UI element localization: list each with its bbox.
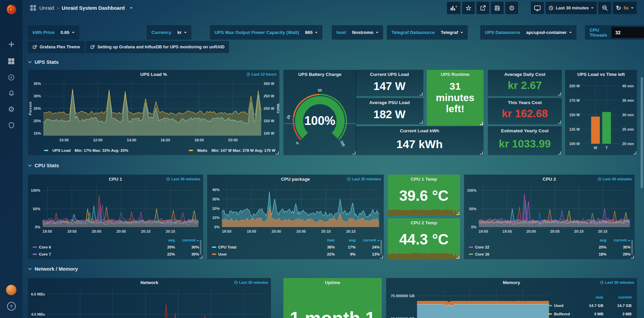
alerting-bell-icon[interactable] [0,87,22,100]
cpu-package-legend[interactable]: maxavgcurrentCPU Total38%17%24%User22%9%… [212,236,380,258]
cpu1-legend[interactable]: avgcurrentCore 620%30%Core 722%30% [33,236,199,258]
svg-text:18:00: 18:00 [194,138,204,142]
ups-load-chart[interactable]: 10:0012:0014:0016:0018:0020:0035%30%25%2… [28,70,279,155]
zoom-out-button[interactable] [598,2,611,14]
star-dashboard-button[interactable]: ☆ [462,2,475,14]
panel-title[interactable]: Current UPS Load [356,72,423,77]
breadcrumb-root[interactable]: Unraid [39,5,54,11]
legend-item[interactable]: WattsMin: 147 W Max: 278 W Avg: 175 W [189,148,275,152]
panel-time-range-link[interactable]: Last 30 minutes [234,280,268,284]
variable-kwh-price[interactable]: kWh Price0.65 [28,25,79,40]
dashboards-icon[interactable] [0,54,22,68]
svg-text:50%: 50% [469,207,476,211]
link-grafana-plex-theme[interactable]: Grafana Plex Theme [28,41,85,53]
explore-compass-icon[interactable] [0,71,22,84]
panel-title[interactable]: CPU 1 Temp [388,177,460,182]
legend-scrollbar[interactable] [380,240,382,255]
user-avatar[interactable] [0,283,22,297]
panel-time-range-link[interactable]: Last 30 minutes [598,177,632,181]
variable-ups-datasource[interactable]: UPS Datasourceapcupsd-container [480,25,577,40]
breadcrumb: Unraid › Unraid System Dashboard [30,0,133,16]
dashboard-settings-button[interactable]: ⚙ [505,2,518,14]
panel-title[interactable]: Average Daily Cost [488,72,562,77]
legend-row[interactable]: Core 620%30% [33,243,199,251]
variable-host[interactable]: hostNostromo [332,25,383,40]
legend-row[interactable]: Used14.7 GB14.7 GB [548,301,632,310]
clock-icon [347,177,351,181]
panel-title[interactable]: Average PSU Load [356,100,423,105]
panel-time-range-link[interactable]: Last 30 minutes [600,280,634,284]
svg-text:25 min: 25 min [622,127,634,131]
cycle-view-tv-button[interactable] [531,2,544,14]
panel-title[interactable]: UPS Load vs Time left [565,72,637,77]
memory-legend[interactable]: maxcurrentUsed14.7 GB14.7 GBBuffered3 MB… [548,293,632,318]
legend-row[interactable]: Core 1618%29% [469,251,631,258]
panel-time-range-link[interactable]: Last 30 minutes [166,177,200,181]
legend-row[interactable]: CPU Total38%17%24% [212,243,380,251]
section-cpu-stats[interactable]: CPU Stats [28,163,59,168]
grafana-logo-icon[interactable] [5,3,18,16]
svg-text:10:00: 10:00 [59,138,69,142]
stat-value: 147 W [356,80,423,93]
panel-time-range-link[interactable]: Last 12 hours [246,72,277,76]
variable-ups-max-output[interactable]: UPS Max Output Power Capacity (Watt)865 [210,25,322,40]
help-icon[interactable]: ? [0,300,22,313]
panel-ups-load-graph: UPS Load % Last 12 hours 10:0012:0014:00… [28,70,279,155]
add-panel-button[interactable]: + [447,2,460,14]
svg-text:30%: 30% [212,197,220,201]
variable-currency[interactable]: Currencykr [147,25,191,40]
variable-telegraf-datasource[interactable]: Telegraf DatasourceTelegraf [387,25,468,40]
clock-icon [549,6,553,10]
dashboard-title[interactable]: Unraid System Dashboard [62,5,125,11]
cpu-threads-input[interactable] [611,27,644,38]
legend-row[interactable]: Core 2220%35% [469,243,631,251]
panel-title[interactable]: UPS Runtime [427,72,484,77]
legend-row[interactable]: User22%9%13% [212,251,380,258]
panel-title[interactable]: UPS Load % [28,72,279,77]
svg-text:150 W: 150 W [569,113,580,117]
panel-title[interactable]: Uptime [283,280,382,285]
create-plus-icon[interactable] [0,38,22,51]
save-dashboard-button[interactable] [491,2,504,14]
legend-row[interactable]: Buffered3 MB3 MB [548,310,632,318]
page-scrollbar[interactable] [641,77,643,188]
svg-text:20%: 20% [34,119,41,123]
svg-text:25%: 25% [34,106,41,110]
panel-title[interactable]: CPU 2 Temp [388,220,460,225]
svg-text:19:55: 19:55 [247,229,256,233]
dashboard-dropdown-caret[interactable] [130,7,133,9]
svg-text:35%: 35% [34,82,41,86]
dashboard-grid-icon[interactable] [30,5,36,11]
panel-time-range-link[interactable]: Last 30 minutes [347,177,381,181]
cpu1-temp-sparkline [388,204,460,216]
refresh-button[interactable]: ↻ 5s [613,2,637,14]
svg-text:60.000000 GB: 60.000000 GB [390,317,415,318]
svg-text:30%: 30% [34,94,41,98]
battery-charge-gauge[interactable]: 02050100100% [283,70,356,155]
server-admin-shield-icon[interactable] [0,119,22,132]
link-ups-monitoring-guide[interactable]: Setting up Grafana and InfluxDB for UPS … [86,41,229,53]
section-network-memory[interactable]: Network / Memory [28,266,78,272]
ups-load-legend[interactable]: UPS LoadMin: 17% Max: 32% Avg: 20%WattsM… [44,148,275,152]
panel-title[interactable]: Current Load kWh [356,128,484,133]
svg-text:150 W: 150 W [264,119,274,123]
panel-title[interactable]: UPS Battery Charge [283,72,356,77]
clock-icon [246,73,250,76]
panel-title[interactable]: Memory [386,280,637,285]
svg-text:15%: 15% [34,131,41,135]
legend-scrollbar[interactable] [200,240,201,255]
svg-text:20:15: 20:15 [598,229,607,233]
panel-title[interactable]: Estimated Yearly Cost [488,128,562,133]
legend-row[interactable]: Core 722%30% [33,251,199,258]
time-range-picker[interactable]: Last 30 minutes [546,2,597,14]
configuration-gear-icon[interactable]: ⚙ [0,103,22,116]
legend-item[interactable]: UPS LoadMin: 17% Max: 32% Avg: 20% [44,148,128,152]
legend-scrollbar[interactable] [631,240,633,255]
cpu2-legend[interactable]: avgcurrentCore 2220%35%Core 1618%29% [469,236,631,258]
panel-title[interactable]: This Years Cost [488,100,562,105]
svg-text:+: + [455,5,458,9]
section-ups-stats[interactable]: UPS Stats [28,59,59,65]
ups-load-vs-time-bar-chart[interactable]: 200 W175 W150 W125 W100 W40 min35 min30 … [565,70,637,155]
clock-icon [166,177,170,181]
share-dashboard-button[interactable] [476,2,489,14]
